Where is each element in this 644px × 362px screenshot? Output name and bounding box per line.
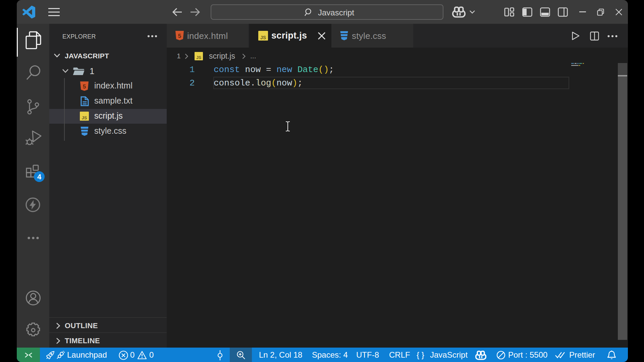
svg-text:5: 5 [178, 33, 181, 39]
svg-text:JS: JS [196, 55, 201, 60]
svg-text:4: 4 [37, 173, 42, 181]
svg-text:JS: JS [260, 35, 266, 40]
svg-text:JS: JS [82, 115, 87, 120]
svg-text:5: 5 [83, 83, 86, 90]
